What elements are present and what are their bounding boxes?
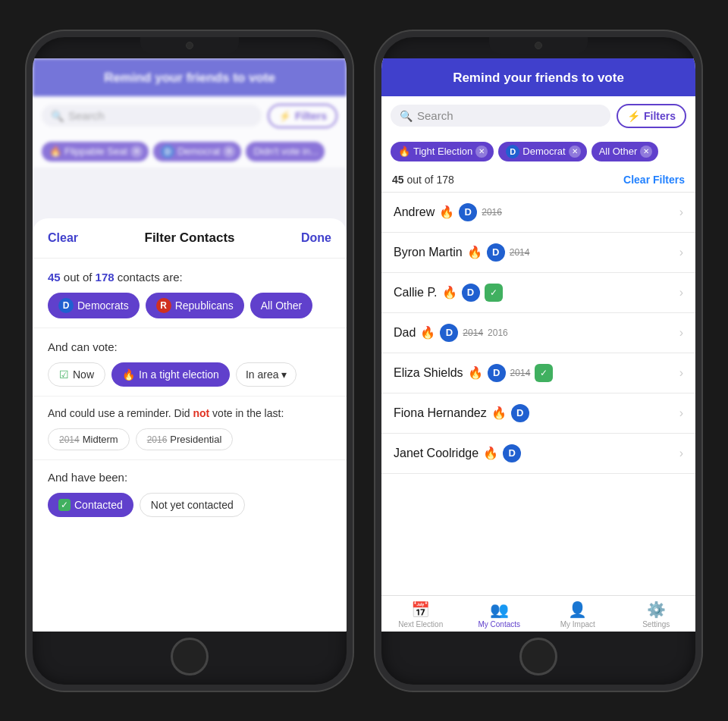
contact-name-janet: Janet Coolridge (394, 447, 479, 460)
year-chip-2016[interactable]: 2016 Presidential (136, 428, 234, 450)
filter-party-chips: D Democrats R Republicans All Other (48, 293, 331, 318)
phone-camera-left (186, 42, 193, 49)
contact-info-callie: Callie P. 🔥 D ✓ (394, 284, 679, 302)
midterm-label: Midterm (83, 434, 118, 445)
right-app-header: Remind your friends to vote (381, 58, 695, 96)
right-header-title: Remind your friends to vote (397, 71, 680, 86)
chip-republicans[interactable]: R Republicans (146, 293, 244, 318)
d-badge-janet: D (503, 444, 521, 462)
nav-my-contacts-label-right: My Contacts (478, 620, 520, 629)
contact-row-eliza[interactable]: Eliza Shields 🔥 D 2014 ✓ › (381, 353, 695, 393)
check-badge-callie: ✓ (485, 284, 503, 302)
chip-in-area[interactable]: In area ▾ (236, 362, 297, 387)
right-tag-tight-label: Tight Election (413, 146, 472, 157)
reminder-post: vote in the last: (212, 407, 284, 419)
chevron-byron: › (679, 246, 683, 259)
right-filters-btn[interactable]: ⚡ Filters (617, 104, 686, 128)
d-badge-fiona: D (511, 404, 529, 422)
nav-settings-right[interactable]: ⚙️ Settings (617, 600, 696, 629)
chip-now-label: Now (73, 368, 94, 381)
right-tag-democrat-x[interactable]: ✕ (569, 146, 581, 158)
right-tag-tight-x[interactable]: ✕ (475, 146, 488, 158)
chip-area-label: In area (246, 368, 279, 381)
contact-row-callie[interactable]: Callie P. 🔥 D ✓ › (381, 273, 695, 313)
year-chips: 2014 Midterm 2016 Presidential (48, 428, 331, 450)
chip-democrats[interactable]: D Democrats (48, 293, 140, 318)
contact-name-eliza: Eliza Shields (394, 366, 463, 380)
results-text: 45 out of 178 (392, 174, 454, 186)
phone-home-left (171, 638, 209, 676)
right-phone: Remind your friends to vote 🔍 Search ⚡ F… (375, 31, 701, 691)
right-search-icon: 🔍 (400, 110, 413, 122)
filter-vote-chips: ☑ Now 🔥 In a tight election In area ▾ (48, 362, 331, 387)
chip-r-icon: R (156, 298, 171, 313)
contact-name-fiona: Fiona Hernandez (394, 406, 487, 420)
results-count-num: 45 (392, 174, 404, 186)
contact-info-janet: Janet Coolridge 🔥 D (394, 444, 679, 462)
filter-vote-section: And can vote: ☑ Now 🔥 In a tight electio… (33, 328, 347, 397)
fire-icon-eliza: 🔥 (468, 365, 483, 380)
right-search-row: 🔍 Search ⚡ Filters (381, 96, 695, 136)
nav-next-election-right[interactable]: 📅 Next Election (381, 600, 460, 629)
chevron-eliza: › (679, 366, 683, 380)
right-tag-fire-icon: 🔥 (398, 146, 410, 157)
chip-contacted-label: Contacted (74, 499, 123, 511)
right-tag-democrat-label: Democrat (522, 146, 565, 157)
filter-clear-btn[interactable]: Clear (48, 231, 78, 245)
chip-d-icon: D (58, 298, 74, 313)
filter-count-pre: out of (64, 271, 96, 284)
right-tag-democrat[interactable]: D Democrat ✕ (498, 142, 586, 161)
fire-icon-andrew: 🔥 (439, 205, 454, 219)
clear-filters-btn[interactable]: Clear Filters (623, 174, 685, 186)
nav-my-impact-label-right: My Impact (560, 620, 595, 629)
right-tag-all-other-x[interactable]: ✕ (640, 146, 652, 158)
year-2016-andrew: 2016 (482, 207, 502, 218)
left-phone-screen: Remind your friends to vote 🔍 Search ⚡ F… (33, 58, 347, 632)
contact-row-janet[interactable]: Janet Coolridge 🔥 D › (381, 434, 695, 474)
year-chip-2014[interactable]: 2014 Midterm (48, 428, 130, 450)
contact-info-fiona: Fiona Hernandez 🔥 D (394, 404, 679, 422)
chip-all-other[interactable]: All Other (250, 293, 312, 318)
contact-row-andrew[interactable]: Andrew 🔥 D 2016 › (381, 193, 695, 233)
chip-tight-label: In a tight election (139, 368, 219, 381)
nav-my-contacts-right[interactable]: 👥 My Contacts (460, 600, 539, 629)
right-tag-tight-election[interactable]: 🔥 Tight Election ✕ (391, 142, 494, 161)
nav-gear-icon-right: ⚙️ (647, 600, 666, 619)
chevron-callie: › (679, 286, 683, 299)
chip-all-other-label: All Other (261, 299, 302, 312)
filter-modal-title: Filter Contacts (145, 230, 235, 246)
contact-name-andrew: Andrew (394, 205, 435, 219)
have-been-label: And have been: (48, 471, 331, 484)
chip-not-contacted[interactable]: Not yet contacted (140, 493, 245, 517)
right-search-wrap[interactable]: 🔍 Search (391, 105, 610, 127)
chip-contacted[interactable]: ✓ Contacted (48, 493, 133, 517)
nav-my-impact-right[interactable]: 👤 My Impact (538, 600, 617, 629)
reminder-text: And could use a reminder. Did not vote i… (48, 407, 331, 419)
fire-icon-dad: 🔥 (420, 325, 435, 340)
chip-democrats-label: Democrats (77, 299, 129, 312)
filter-count-num: 45 (48, 271, 61, 284)
right-search-placeholder: Search (417, 109, 453, 122)
year-2014-eliza: 2014 (510, 368, 531, 378)
filter-done-btn[interactable]: Done (301, 231, 331, 245)
contact-row-byron[interactable]: Byron Martin 🔥 D 2014 › (381, 233, 695, 273)
year-2014-dad: 2014 (463, 328, 483, 338)
right-tag-all-other[interactable]: All Other ✕ (592, 142, 659, 161)
chevron-andrew: › (679, 205, 683, 219)
contact-list: Andrew 🔥 D 2016 › Byron Martin 🔥 D 2014 (381, 193, 695, 632)
chip-now[interactable]: ☑ Now (48, 362, 105, 387)
filter-count-line: 45 out of 178 contacts are: (48, 271, 331, 284)
filter-contacted-section: And have been: ✓ Contacted Not yet conta… (33, 460, 347, 528)
filter-count-total: 178 (96, 271, 115, 284)
right-filters-icon: ⚡ (627, 110, 640, 122)
d-badge-callie: D (462, 284, 480, 302)
left-phone: Remind your friends to vote 🔍 Search ⚡ F… (27, 31, 353, 691)
chip-tight-election[interactable]: 🔥 In a tight election (111, 362, 230, 387)
contact-row-fiona[interactable]: Fiona Hernandez 🔥 D › (381, 393, 695, 434)
chip-check-icon: ✓ (58, 499, 71, 511)
contacted-chips: ✓ Contacted Not yet contacted (48, 493, 331, 517)
d-badge-eliza: D (488, 364, 506, 382)
phone-home-right (519, 638, 557, 676)
contact-row-dad[interactable]: Dad 🔥 D 2014 2016 › (381, 313, 695, 353)
filter-sheet: Clear Filter Contacts Done 45 out of 178… (33, 218, 347, 631)
